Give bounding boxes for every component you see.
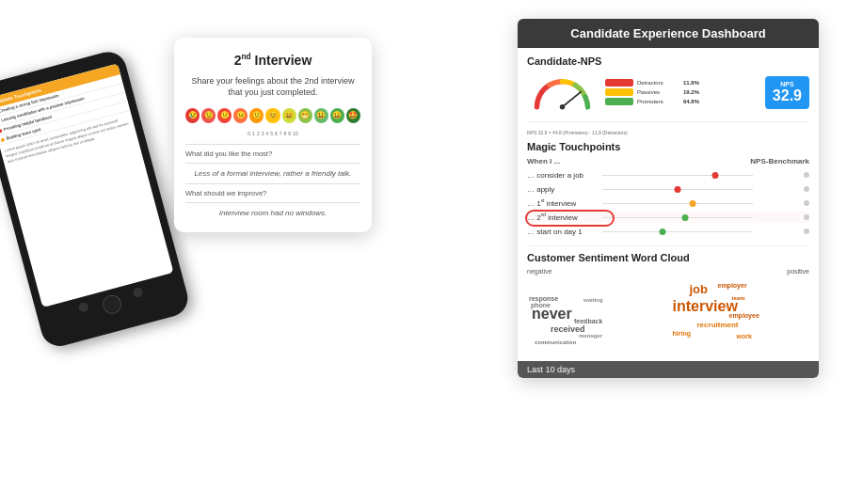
wc-word-recruitment: recruitment — [697, 322, 739, 329]
dashboard-title: Candidate Experience Dashboard — [518, 19, 819, 48]
tp-row-1: … consider a job — [527, 169, 809, 181]
legend-promoters: Promoters 64.8% — [605, 98, 758, 105]
dashboard-footer: Last 10 days — [518, 361, 819, 378]
tp-bench-4 — [753, 214, 809, 220]
tp-bench-5 — [753, 228, 809, 234]
tp-bench-3 — [753, 200, 809, 206]
dashboard-body: Candidate-NPS — [518, 48, 819, 361]
tp-row-2: … apply — [527, 183, 809, 195]
wordcloud-header: negative positive — [527, 268, 809, 275]
survey-question-1: What did you like the most? — [185, 150, 360, 158]
gauge-svg — [527, 71, 598, 114]
tp-line-4 — [602, 217, 753, 218]
nps-score-box: NPS 32.9 — [765, 76, 809, 109]
when-label: When I ... — [527, 157, 560, 165]
tp-text-5: … start on day 1 — [527, 228, 602, 236]
wc-positive-label: positive — [787, 268, 809, 275]
emoji-numbers: 012345678910 — [185, 131, 360, 136]
survey-card: 2nd Interview Share your feelings about … — [174, 38, 372, 232]
wordcloud-section: Customer Sentiment Word Cloud negative p… — [527, 252, 809, 354]
tp-line-5 — [602, 231, 753, 232]
tp-row-4: … 2nd interview — [527, 212, 809, 223]
status-dot-orange2 — [0, 137, 5, 142]
tp-text-4: … 2nd interview — [527, 213, 602, 222]
tp-dot-3 — [690, 200, 696, 207]
wc-negative-label: negative — [527, 268, 551, 275]
tp-dot-2 — [675, 186, 681, 193]
tp-slider-5 — [602, 226, 753, 237]
phone-home-btn — [101, 293, 123, 316]
touchpoints-title: Magic Touchpoints — [527, 141, 809, 152]
emoji-3: 😐 — [233, 108, 248, 123]
emoji-6: 😄 — [282, 108, 296, 123]
bench-dot-1 — [804, 172, 809, 178]
phone-body: Candidate Touchpoints Creating a strong … — [0, 48, 192, 351]
gauge-container — [527, 71, 598, 114]
tp-row-5: … start on day 1 — [527, 226, 809, 237]
emoji-10: 🤩 — [346, 108, 360, 123]
wc-word-communication: communication — [535, 339, 576, 345]
survey-question-2: What should we improve? — [185, 189, 360, 197]
emoji-row: 😢 😟 😕 😐 🙂 😊 😄 😁 😃 😀 🤩 — [185, 108, 360, 123]
promoters-bar — [605, 98, 633, 105]
tp-dot-5 — [660, 228, 666, 235]
phone-back-btn — [78, 302, 89, 313]
tp-slider-3 — [602, 197, 753, 209]
wc-word-job: job — [690, 283, 709, 295]
wc-word-employee: employee — [729, 312, 759, 319]
touchpoints-header: When I ... NPS-Benchmark — [527, 157, 809, 165]
svg-line-0 — [563, 92, 582, 107]
legend-passives: Passives 19.2% — [605, 88, 758, 96]
nps-label: NPS — [773, 81, 802, 87]
emoji-9: 😀 — [330, 108, 344, 123]
status-dot-red — [0, 128, 3, 133]
emoji-8: 😃 — [314, 108, 328, 123]
tp-slider-1 — [602, 169, 753, 181]
wordcloud-area: never response received phone manager co… — [527, 278, 809, 354]
survey-divider-3 — [185, 183, 360, 184]
phone-screen: Candidate Touchpoints Creating a strong … — [0, 64, 173, 307]
wc-word-interview: interview — [673, 299, 738, 314]
wc-word-employer: employer — [718, 282, 747, 289]
wc-negative: never response received phone manager co… — [527, 278, 666, 354]
wc-word-never: never — [532, 307, 572, 322]
benchmark-label: NPS-Benchmark — [750, 157, 809, 165]
nps-number: 32.9 — [773, 87, 802, 104]
survey-divider-1 — [185, 144, 360, 145]
bench-dot-4 — [804, 214, 809, 220]
wc-word-work: work — [737, 333, 752, 339]
wc-word-phone: phone — [531, 302, 551, 308]
passives-bar — [605, 88, 633, 96]
wc-positive: job interview recruitment employer hirin… — [671, 278, 810, 354]
tp-text-1: … consider a job — [527, 171, 602, 180]
wc-word-waiting: waiting — [583, 297, 603, 303]
emoji-2: 😕 — [217, 108, 232, 123]
emoji-1: 😟 — [201, 108, 216, 123]
tp-bench-1 — [753, 172, 809, 178]
survey-divider-2 — [185, 163, 360, 164]
touchpoints-section: Magic Touchpoints When I ... NPS-Benchma… — [527, 141, 809, 246]
tp-dot-1 — [712, 172, 719, 179]
survey-subtitle: Share your feelings about the 2nd interv… — [185, 75, 360, 99]
dashboard: Candidate Experience Dashboard Candidate… — [518, 19, 819, 378]
nps-formula: NPS 32.9 = 44.8 (Promoters) - 11.9 (Detr… — [527, 130, 809, 135]
survey-divider-4 — [185, 202, 360, 203]
tp-slider-2 — [602, 183, 753, 195]
bench-dot-2 — [804, 186, 809, 192]
wc-word-hiring: hiring — [673, 330, 691, 337]
wc-word-manager: manager — [579, 333, 602, 339]
wc-word-response: response — [529, 295, 558, 302]
svg-point-1 — [560, 104, 565, 109]
tp-text-2: … apply — [527, 185, 602, 194]
emoji-4: 🙂 — [249, 108, 264, 123]
bench-dot-3 — [804, 200, 809, 206]
tp-slider-4 — [602, 212, 753, 223]
wc-word-team: team — [732, 295, 745, 301]
phone-menu-btn — [133, 287, 144, 298]
wordcloud-title: Customer Sentiment Word Cloud — [527, 252, 809, 263]
tp-bench-2 — [753, 186, 809, 192]
tp-dot-4 — [682, 214, 689, 221]
emoji-5: 😊 — [265, 108, 280, 123]
emoji-0: 😢 — [185, 108, 200, 123]
detractors-bar — [605, 79, 633, 87]
